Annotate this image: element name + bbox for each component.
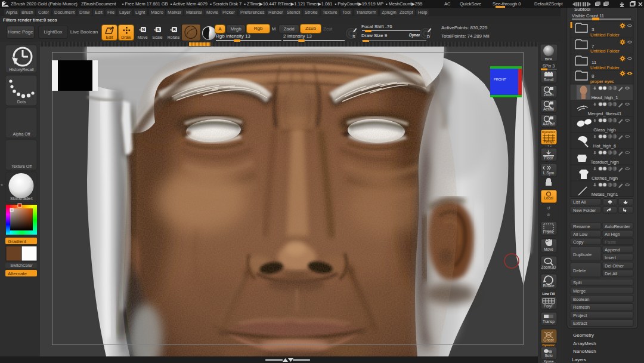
svg-text:Tearduct_high: Tearduct_high	[590, 159, 618, 165]
svg-text:Actual: Actual	[543, 107, 555, 111]
svg-text:Paste: Paste	[605, 239, 616, 245]
svg-text:Extract: Extract	[573, 321, 587, 326]
svg-text:Merge: Merge	[573, 288, 586, 294]
svg-text:AutoReorder: AutoReorder	[605, 224, 630, 229]
svg-text:Texture Off: Texture Off	[11, 164, 32, 168]
svg-text:Geometry: Geometry	[573, 333, 594, 338]
svg-text:Copy: Copy	[573, 239, 584, 245]
svg-text:Dots: Dots	[17, 100, 26, 104]
svg-text:All Low: All Low	[573, 232, 588, 237]
svg-text:Xpose: Xpose	[543, 359, 554, 363]
svg-text:Untitled Folder: Untitled Folder	[590, 48, 620, 54]
svg-text:List All: List All	[573, 199, 586, 205]
svg-text:AAHalf: AAHalf	[543, 122, 555, 126]
svg-text:proper eyes: proper eyes	[590, 79, 614, 84]
svg-text:Duplicate: Duplicate	[573, 252, 592, 257]
svg-text:N: N	[141, 27, 144, 32]
svg-text:Head_high_1: Head_high_1	[592, 95, 618, 100]
svg-text:FRONT: FRONT	[494, 78, 506, 81]
svg-text:Delete: Delete	[573, 268, 586, 273]
svg-text:Gradient: Gradient	[8, 239, 26, 244]
svg-text:Dynamic: Dynamic	[543, 343, 555, 347]
svg-text:SwitchColor: SwitchColor	[10, 263, 33, 267]
svg-text:Line Fill: Line Fill	[543, 292, 555, 296]
svg-text:Rename: Rename	[573, 224, 590, 229]
svg-text:SPix 3: SPix 3	[543, 64, 555, 68]
svg-text:Untitled Folder: Untitled Folder	[590, 65, 620, 70]
svg-text:All High: All High	[605, 232, 620, 237]
svg-text:Ghost: Ghost	[543, 338, 554, 342]
svg-text:Dynamic: Dynamic	[542, 130, 556, 134]
svg-text:Scroll: Scroll	[544, 78, 554, 82]
svg-text:Boolean: Boolean	[573, 297, 590, 302]
svg-text:⊘: ⊘	[547, 213, 550, 217]
svg-text:Glass_high: Glass_high	[593, 127, 616, 133]
svg-text:Zoom3D: Zoom3D	[541, 265, 556, 269]
svg-text:New Folder: New Folder	[573, 208, 596, 213]
svg-text:ArrayMesh: ArrayMesh	[573, 341, 596, 346]
svg-text:Move: Move	[544, 247, 553, 251]
svg-text:HistoryRecall: HistoryRecall	[9, 67, 34, 72]
svg-text:NanoMesh: NanoMesh	[573, 349, 596, 354]
svg-text:Frame: Frame	[543, 230, 555, 234]
svg-text:D: D	[427, 35, 430, 39]
svg-text:SkinShade4: SkinShade4	[10, 196, 33, 201]
svg-text:L.Sym: L.Sym	[543, 171, 554, 176]
svg-text:Visible Count 11: Visible Count 11	[572, 13, 604, 19]
svg-text:Solo: Solo	[544, 353, 552, 358]
svg-text:Alpha Off: Alpha Off	[13, 132, 30, 137]
svg-text:Transp: Transp	[543, 319, 555, 324]
svg-text:Alternate: Alternate	[8, 271, 27, 276]
svg-text:Remesh: Remesh	[573, 304, 590, 310]
svg-text:Layers: Layers	[572, 357, 586, 362]
svg-text:Project: Project	[573, 313, 587, 318]
svg-text:8: 8	[592, 73, 595, 79]
svg-text:Floor: Floor	[544, 156, 554, 160]
svg-text:Rotate: Rotate	[543, 284, 555, 288]
svg-text:BPR: BPR	[545, 57, 553, 61]
svg-text:Del All: Del All	[605, 271, 618, 276]
svg-text:Append: Append	[605, 247, 620, 253]
svg-text:Split: Split	[573, 280, 583, 285]
svg-text:Metals_high1: Metals_high1	[592, 192, 618, 197]
svg-text:Del Other: Del Other	[605, 263, 624, 269]
svg-text:«: «	[1, 183, 3, 187]
svg-text:Merged_fibers41: Merged_fibers41	[588, 111, 621, 116]
svg-text:Zoom: Zoom	[544, 93, 554, 97]
svg-text:S: S	[352, 35, 355, 39]
svg-text:R: R	[172, 27, 176, 32]
svg-text:↺: ↺	[547, 206, 550, 210]
svg-text:S: S	[156, 27, 159, 32]
svg-text:Insert: Insert	[605, 255, 617, 260]
svg-text:PolyF: PolyF	[544, 304, 554, 309]
svg-text:Hat_high_6: Hat_high_6	[593, 143, 616, 149]
svg-text:▪ ▾ 2: ▪ ▾ 2	[546, 144, 552, 147]
svg-text:Untitled Folder: Untitled Folder	[590, 32, 620, 38]
svg-text:Clothes_high: Clothes_high	[592, 176, 618, 181]
